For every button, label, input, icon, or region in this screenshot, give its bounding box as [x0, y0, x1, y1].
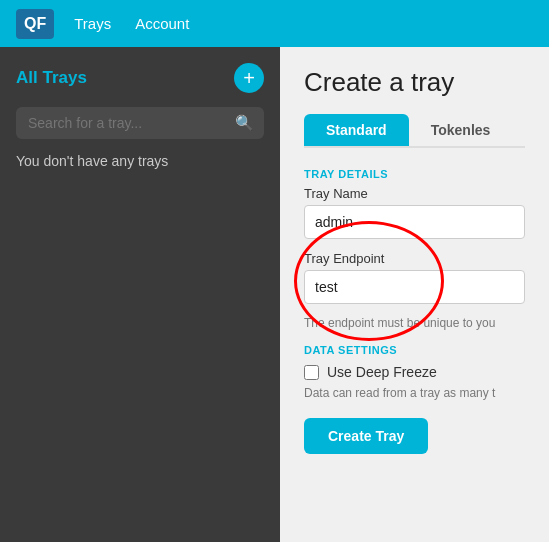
sidebar-header: All Trays +: [16, 63, 264, 93]
deep-freeze-label: Use Deep Freeze: [327, 364, 437, 380]
logo: QF: [16, 9, 54, 39]
endpoint-hint: The endpoint must be unique to you: [304, 316, 525, 330]
add-tray-button[interactable]: +: [234, 63, 264, 93]
search-box: 🔍: [16, 107, 264, 139]
deep-freeze-checkbox[interactable]: [304, 365, 319, 380]
tab-standard[interactable]: Standard: [304, 114, 409, 146]
tabs: Standard Tokenles: [304, 114, 525, 148]
navbar: QF Trays Account: [0, 0, 549, 47]
tray-endpoint-input[interactable]: [304, 270, 525, 304]
search-icon: 🔍: [235, 114, 254, 132]
main-layout: All Trays + 🔍 You don't have any trays C…: [0, 47, 549, 542]
tray-name-label: Tray Name: [304, 186, 525, 201]
right-panel: Create a tray Standard Tokenles TRAY DET…: [280, 47, 549, 542]
nav-account[interactable]: Account: [135, 15, 189, 32]
data-hint: Data can read from a tray as many t: [304, 386, 525, 400]
tray-endpoint-label: Tray Endpoint: [304, 251, 525, 266]
data-settings-label: DATA SETTINGS: [304, 344, 525, 356]
empty-trays-message: You don't have any trays: [16, 153, 264, 169]
tray-details-label: TRAY DETAILS: [304, 168, 525, 180]
sidebar: All Trays + 🔍 You don't have any trays: [0, 47, 280, 542]
tray-name-input[interactable]: [304, 205, 525, 239]
nav-trays[interactable]: Trays: [74, 15, 111, 32]
deep-freeze-row: Use Deep Freeze: [304, 364, 525, 380]
sidebar-title: All Trays: [16, 68, 87, 88]
page-title: Create a tray: [304, 67, 525, 98]
create-tray-button[interactable]: Create Tray: [304, 418, 428, 454]
endpoint-wrapper: Tray Endpoint: [304, 251, 525, 316]
search-input[interactable]: [16, 107, 264, 139]
tab-tokenles[interactable]: Tokenles: [409, 114, 513, 146]
